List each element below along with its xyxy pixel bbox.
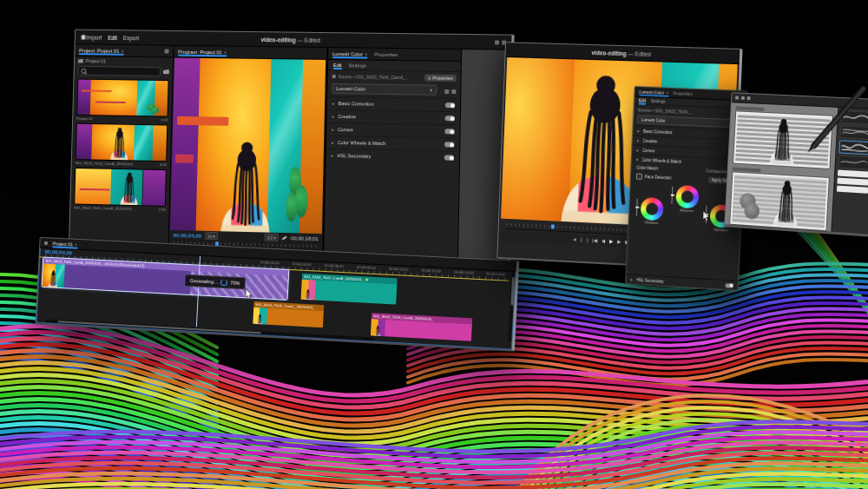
ruler-tick: 00;00;04;00 [293,261,312,267]
swatch[interactable] [837,186,868,194]
tab-lumetri-color[interactable]: Lumetri Color× [639,89,668,95]
swatch[interactable] [837,178,868,186]
tab-properties[interactable]: Properties [674,90,693,96]
section-toggle[interactable] [444,155,454,160]
chevron-right-icon: ▸ [332,153,334,158]
move-tool-icon[interactable] [735,96,739,99]
thumbnail-woman [76,124,168,161]
project-panel: Project: Project 01× Project 01 [69,44,174,261]
subtab-settings[interactable]: Settings [349,63,366,68]
subtab-edit[interactable]: Edit [333,63,342,68]
ruler-tick: 00;00;12;00 [422,268,441,274]
shadows-slider[interactable] [636,199,638,216]
timeline-settings-icon[interactable] [44,241,48,244]
tab-properties[interactable]: Properties [375,51,398,56]
brush-preset[interactable] [839,125,868,140]
subtab-edit[interactable]: Edit [639,98,646,102]
brush-preset[interactable] [838,155,868,169]
source-clip-label: Source • S01_Sh03_Tk04_… [637,107,730,116]
crop-tool-icon[interactable] [741,96,745,100]
section-toggle[interactable] [444,129,454,134]
playhead-handle[interactable] [551,224,555,228]
item-label: S01_Sh03_Tk04_CamA_20250103_ [76,161,135,166]
tab-program[interactable]: Program: Project 01× [178,49,227,55]
mouse-cursor [245,287,253,297]
premiere-window-back: video-editing — Edited ● { } |◀ ◀ ▶ ▶ ▶| [496,42,742,271]
tab-project[interactable]: Project: Project 01× [79,48,124,54]
go-to-in-icon[interactable]: |◀ [592,238,597,243]
ruler-tick: 00;00;14;00 [454,269,473,274]
face-detection-checkbox[interactable] [636,174,642,180]
close-icon[interactable]: × [365,51,368,56]
chevron-right-icon: ▸ [637,128,640,133]
search-input[interactable] [77,66,161,76]
mark-out-icon[interactable]: } [587,238,589,243]
mark-in-icon[interactable]: { [581,238,582,243]
add-marker-icon[interactable]: ● [574,237,576,242]
menu-edit[interactable]: Edit [108,34,117,40]
item-label: Project 01 [76,116,93,121]
chevron-right-icon: ▸ [636,147,639,152]
frame-card[interactable] [729,171,830,231]
clip-magenta[interactable]: S01_Sh02_Tk03_CamB_20250103_ [371,313,473,341]
menu-export[interactable]: Export [123,35,139,41]
section-toggle[interactable] [726,283,733,288]
shadows-wheel[interactable]: Shadows [638,197,665,226]
chevron-right-icon: ▸ [630,276,633,281]
ruler-tick: 00;00;16;00 [486,271,506,276]
thumbnail-room [77,80,168,116]
ruler-tick: 00;00;02;00 [260,260,279,265]
section-toggle[interactable] [445,116,455,121]
ruler-tick: 00;00;08;00 [357,265,376,270]
reset-icon[interactable] [451,89,456,94]
midtones-wheel[interactable]: Midtones [674,185,701,214]
program-monitor: Program: Project 01× 00;00;0 [168,46,327,265]
chevron-right-icon: ▸ [332,114,335,119]
brush-presets-sidebar [831,108,868,235]
step-back-icon[interactable]: ◀ [602,239,605,244]
item-duration: 2:18 [158,208,165,212]
resolution-dropdown[interactable]: 1/2▾ [264,233,279,241]
lumetri-panel: Lumetri Color× Properties Edit Settings … [323,48,461,268]
chevron-right-icon: ▸ [637,137,640,142]
effect-select[interactable]: Lumetri Color ▾ [332,83,437,96]
new-bin-icon[interactable] [163,69,169,74]
section-toggle[interactable] [444,142,454,147]
subtab-settings[interactable]: Settings [651,99,666,104]
duration-timecode: 00;00;18;01 [291,235,319,241]
project-item[interactable]: S01_Sh01_Tk01_CamB_20250103_2:18 [74,168,167,212]
item-duration: 6:25 [160,162,167,167]
settings-wrench-icon[interactable] [282,235,287,240]
program-image [170,58,326,235]
close-icon[interactable]: × [75,241,78,247]
close-icon[interactable]: × [121,48,124,53]
fx-bypass-icon[interactable] [444,89,449,93]
premiere-window-main: Import Edit Export video-editing — Edite… [69,30,515,271]
wheel-label: Highlights [707,228,734,233]
playback-zoom-dropdown[interactable]: 1x▾ [205,232,218,240]
brush-preset-selected[interactable] [838,140,868,155]
generating-percent: 70% [230,280,240,286]
tab-lumetri-color[interactable]: Lumetri Color× [332,51,367,57]
section-hsl-secondary[interactable]: ▸HSL Secondary [326,149,460,164]
brush-tool-icon[interactable] [747,96,751,100]
properties-pill-button[interactable]: ≡Properties [424,75,456,83]
item-label: S01_Sh01_Tk01_CamB_20250103_ [74,205,134,211]
close-icon[interactable]: × [224,50,227,55]
clip-teal[interactable]: S01_Sh04_Tk02_CamB_20250103_ [301,274,398,305]
play-icon[interactable]: ▶ [609,239,613,244]
section-toggle[interactable] [445,102,455,108]
close-icon[interactable]: × [666,90,669,96]
clip-orange[interactable]: S01_Sh01_Tk01_CamC_20250103_ [253,301,325,327]
project-item[interactable]: S01_Sh03_Tk04_CamA_20250103_6:25 [76,123,168,167]
menu-import[interactable]: Import [86,34,102,40]
vertical-scrollbar[interactable] [508,272,515,343]
step-forward-icon[interactable]: ▶ [617,240,621,245]
midtones-slider[interactable] [671,187,673,204]
panel-menu-icon[interactable] [165,50,169,54]
workspace-icon[interactable] [495,40,499,44]
project-item[interactable]: Project 011:03 [76,79,169,122]
tab-sequence[interactable]: Project 01× [53,241,78,247]
ruler-tick: 00;00;06;00 [325,263,344,268]
swatch[interactable] [838,169,868,177]
